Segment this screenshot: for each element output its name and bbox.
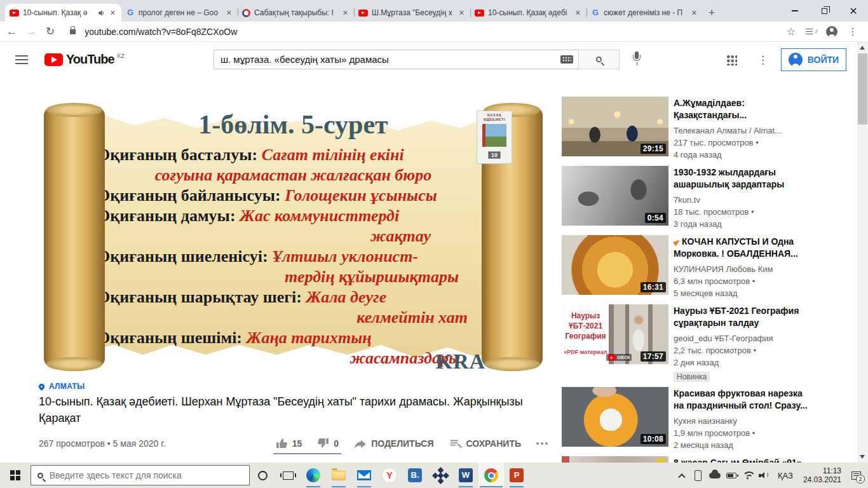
clock[interactable]: 11:13 24.03.2021 [798, 466, 846, 484]
cortana-button[interactable] [250, 463, 275, 488]
yandex-button[interactable] [377, 463, 402, 488]
channel-name[interactable]: Кухня наизнанку [674, 415, 737, 427]
profile-avatar-icon[interactable] [826, 26, 837, 37]
tab-current-video[interactable]: 10-сынып. Қазақ ә ✕ [5, 4, 121, 22]
video-title[interactable]: 1930-1932 жылдардағы ашаршылық зардаптар… [674, 166, 857, 191]
url-text[interactable]: youtube.com/watch?v=8oFq8ZCXoOw [85, 27, 777, 37]
close-icon[interactable]: ✕ [690, 9, 698, 17]
word-button[interactable] [453, 463, 478, 488]
tab-title: Ш.Мұртаза "Бесеудің х [372, 8, 454, 17]
video-thumbnail[interactable]: 29:15 [562, 97, 668, 156]
action-center-button[interactable]: 2 [846, 463, 865, 488]
youtube-play-icon [44, 53, 63, 66]
view-count: 267 просмотров • 5 мая 2020 г. [39, 438, 276, 449]
video-title[interactable]: Наурыз ҰБТ-2021 География сұрақтарын тал… [674, 305, 857, 329]
minimize-button[interactable] [780, 0, 810, 22]
page-scrollbar[interactable] [857, 42, 868, 463]
file-explorer-button[interactable] [326, 463, 351, 488]
channel-name[interactable]: 7kun.tv [674, 194, 700, 206]
vk-button[interactable] [402, 463, 428, 488]
close-icon[interactable]: ✕ [225, 9, 233, 17]
channel-name[interactable]: geoid_edu ҰБТ-География [674, 332, 773, 344]
powerpoint-icon [510, 468, 524, 482]
close-icon[interactable]: ✕ [574, 9, 582, 17]
taskbar-search-input[interactable] [50, 470, 243, 480]
signin-button[interactable]: ВОЙТИ [781, 48, 846, 71]
keyboard-icon[interactable] [560, 55, 573, 64]
hamburger-menu-icon[interactable] [15, 59, 28, 60]
restore-button[interactable] [810, 0, 839, 22]
close-icon[interactable]: ✕ [109, 9, 117, 17]
forward-icon[interactable]: → [26, 26, 37, 37]
recommended-video[interactable]: 16:31 КОЧАН КАПУСТЫ И Одна Морковка. ! О… [562, 235, 857, 299]
task-view-button[interactable] [275, 463, 301, 488]
video-title[interactable]: КОЧАН КАПУСТЫ И Одна Морковка. ! ОБАЛДЕН… [674, 236, 857, 260]
volume-button[interactable] [756, 463, 773, 488]
video-thumbnail[interactable]: 16:31 [562, 235, 668, 295]
view-count: 1,9 млн просмотров • [674, 427, 755, 439]
more-actions-button[interactable] [536, 442, 548, 445]
youtube-menu-icon[interactable]: ⋮ [757, 53, 768, 67]
onedrive-button[interactable] [707, 463, 723, 488]
recommended-video[interactable]: 0:54 1930-1932 жылдардағы ашаршылық зард… [562, 166, 857, 230]
microphone-icon[interactable] [632, 51, 641, 67]
speaker-icon[interactable] [98, 10, 105, 17]
lock-icon[interactable] [70, 29, 76, 34]
duration-badge: 16:31 [641, 282, 666, 292]
video-title[interactable]: А.Жұмаділдаев: Қазақстандағы... [674, 97, 857, 121]
channel-name[interactable]: КУЛИНАРИЯ Любовь Ким [674, 263, 773, 275]
like-button[interactable]: 15 [276, 437, 302, 449]
dropbox-button[interactable] [428, 463, 453, 488]
scroll-down-arrow[interactable] [860, 455, 865, 459]
channel-name[interactable]: Телеканал Алматы / Almat... [674, 125, 782, 137]
tray-date: 24.03.2021 [803, 475, 841, 484]
edge-button[interactable] [301, 463, 326, 488]
share-button[interactable]: ПОДЕЛИТЬСЯ [354, 438, 433, 449]
recommended-video[interactable]: 29:15 А.Жұмаділдаев: Қазақстандағы... Те… [562, 97, 857, 161]
powerpoint-button[interactable] [504, 463, 529, 488]
your-phone-button[interactable] [690, 463, 707, 488]
tab-sabaq[interactable]: Сабақтың тақырыбы: І ✕ [238, 4, 354, 22]
window-controls: ✕ [780, 0, 868, 22]
tab-10-synyp[interactable]: 10-сынып. Қазақ әдебі ✕ [470, 4, 587, 22]
location-row[interactable]: АЛМАТЫ [39, 382, 85, 391]
browser-menu-icon[interactable]: ⋮ [848, 25, 858, 37]
close-icon[interactable]: ✕ [341, 9, 349, 17]
close-window-button[interactable]: ✕ [839, 0, 868, 22]
new-tab-button[interactable]: + [703, 4, 721, 22]
tab-murtaza-video[interactable]: Ш.Мұртаза "Бесеудің х ✕ [354, 4, 470, 22]
dislike-button[interactable]: 0 [317, 437, 339, 449]
back-icon[interactable]: ← [6, 26, 17, 37]
video-title[interactable]: Красивая фруктовая нарезка на праздничны… [674, 388, 857, 412]
video-thumbnail[interactable]: 10:08 [562, 387, 668, 447]
language-indicator[interactable]: ҚАЗ [773, 471, 798, 480]
reload-icon[interactable]: ↻ [46, 26, 55, 37]
save-button[interactable]: СОХРАНИТЬ [449, 438, 521, 449]
battery-button[interactable] [723, 463, 740, 488]
video-thumbnail[interactable]: 0:54 [562, 166, 668, 226]
duration-badge: 0:54 [645, 213, 666, 223]
close-icon[interactable]: ✕ [458, 9, 466, 17]
tab-google-prolog[interactable]: пролог деген не – Goo ✕ [121, 4, 238, 22]
recommended-video[interactable]: Наурыз ҰБТ-2021 География «PDF материал … [562, 304, 857, 382]
tray-expand-button[interactable] [674, 463, 690, 488]
taskbar-search-box[interactable] [31, 465, 250, 485]
start-button[interactable] [0, 463, 31, 488]
tray-time: 11:13 [803, 466, 841, 475]
media-controls-icon[interactable] [806, 27, 816, 36]
chrome-button[interactable] [478, 463, 504, 488]
mail-button[interactable] [351, 463, 377, 488]
apps-grid-icon[interactable] [726, 55, 737, 65]
tab-google-syuzhet[interactable]: сюжет дегеніміз не - П ✕ [587, 4, 703, 22]
video-thumbnail[interactable]: Наурыз ҰБТ-2021 География «PDF материал … [562, 304, 668, 364]
network-button[interactable] [740, 463, 756, 488]
upload-age: 2 месяца назад [674, 439, 733, 451]
bookmark-star-icon[interactable]: ☆ [787, 25, 796, 37]
search-input[interactable] [214, 54, 560, 65]
search-button[interactable] [578, 50, 620, 69]
scrollbar-thumb[interactable] [858, 53, 867, 125]
scroll-up-arrow[interactable] [860, 46, 865, 50]
video-player[interactable]: ҚАЗАҚ ӘДЕБИЕТІ 10 1-бөлім. 5-сурет Оқиға… [39, 97, 548, 376]
recommended-video[interactable]: 10:08 Красивая фруктовая нарезка на праз… [562, 387, 857, 451]
youtube-logo[interactable]: YouTube KZ [44, 52, 125, 67]
